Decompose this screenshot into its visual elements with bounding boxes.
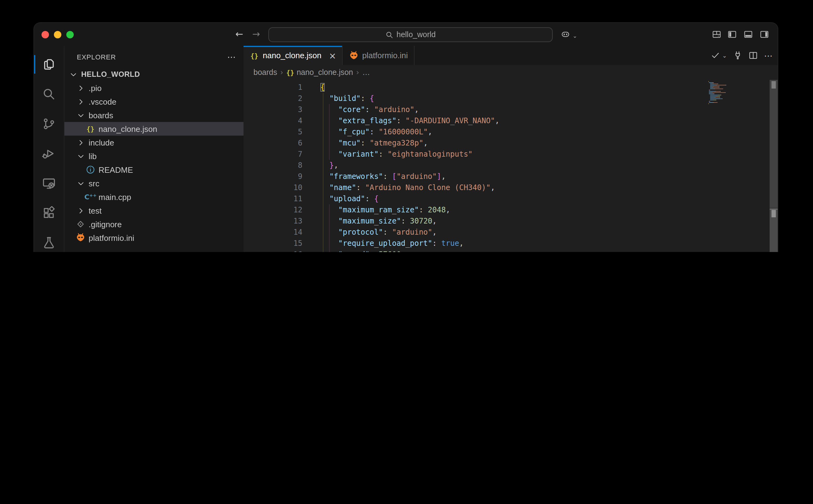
activity-bar-item-run-debug[interactable] (34, 141, 64, 166)
token: , (446, 206, 450, 214)
copilot-chevron-icon[interactable]: ⌄ (572, 30, 577, 42)
tree-item-boards[interactable]: boards (64, 108, 244, 122)
tree-item-src[interactable]: src (64, 176, 244, 190)
token: : (370, 128, 379, 136)
token (320, 128, 338, 136)
command-center-label: hello_world (397, 30, 436, 39)
more-actions-icon[interactable]: ⋯ (764, 50, 773, 60)
code-line-7[interactable]: 7 "variant": "eightanaloginputs" (244, 149, 778, 160)
more-actions-icon[interactable]: ⋯ (227, 52, 236, 62)
tree-item-hello-world[interactable]: HELLO_WORLD (64, 67, 244, 81)
line-content: "build": { (320, 93, 374, 104)
scrollbar-thumb[interactable] (772, 81, 776, 89)
code-line-2[interactable]: 2 "build": { (244, 93, 778, 104)
scrollbar-track-lower[interactable] (770, 209, 778, 252)
token: "mcu" (338, 139, 361, 147)
tree-item-main-cpp[interactable]: C++main.cpp (64, 190, 244, 204)
toggle-secondary-sidebar-button[interactable] (757, 27, 771, 41)
tree-item-label: platformio.ini (89, 233, 134, 242)
tab-nano-clone-json[interactable]: {}nano_clone.json× (244, 46, 343, 65)
token: "speed" (338, 250, 370, 252)
code-line-8[interactable]: 8 }, (244, 160, 778, 171)
navigate-back-icon[interactable]: ← (236, 28, 243, 40)
breadcrumb-boards[interactable]: boards (254, 68, 277, 77)
chevron-right-icon (76, 84, 85, 92)
activity-bar-item-extensions[interactable] (34, 201, 64, 225)
token: : (432, 239, 441, 248)
code-line-11[interactable]: 11 "upload": { (244, 193, 778, 204)
code-line-16[interactable]: 16 "speed": 57600 (244, 249, 778, 252)
code-line-14[interactable]: 14 "protocol": "arduino", (244, 227, 778, 238)
scrollbar-track[interactable] (770, 80, 778, 208)
navigate-forward-icon[interactable]: → (252, 28, 260, 40)
code-line-3[interactable]: 3 "core": "arduino", (244, 104, 778, 115)
code-line-15[interactable]: 15 "require_upload_port": true, (244, 238, 778, 249)
tree-item-readme[interactable]: README (64, 163, 244, 176)
panel-icon (743, 29, 753, 39)
code-line-6[interactable]: 6 "mcu": "atmega328p", (244, 137, 778, 149)
tree-item-test[interactable]: test (64, 204, 244, 217)
token: 57600 (379, 250, 401, 252)
code-line-4[interactable]: 4 "extra_flags": "-DARDUINO_AVR_NANO", (244, 115, 778, 126)
activity-bar-item-testing[interactable] (34, 230, 64, 252)
search-icon (42, 87, 56, 101)
plug-icon[interactable] (733, 51, 742, 60)
minimize-window-button[interactable] (54, 31, 61, 38)
token: "variant" (338, 150, 379, 159)
tree-item-platformio-ini[interactable]: platformio.ini (64, 231, 244, 245)
token: { (320, 83, 325, 92)
copilot-button[interactable] (558, 27, 572, 41)
tree-item--gitignore[interactable]: .gitignore (64, 217, 244, 231)
plug-icon (733, 51, 742, 60)
breadcrumb-more[interactable]: … (362, 68, 370, 77)
line-number: 1 (244, 82, 302, 93)
code-line-10[interactable]: 10 "name": "Arduino Nano Clone (CH340)", (244, 182, 778, 193)
activity-bar-item-source-control[interactable] (34, 111, 64, 136)
chevron-right-icon (76, 206, 85, 215)
code-line-5[interactable]: 5 "f_cpu": "16000000L", (244, 126, 778, 137)
activity-bar-item-search[interactable] (34, 82, 64, 106)
token: , (415, 105, 419, 114)
screen: ← → hello_world ⌄ ⚙ EXPLORER ⋯ HELL (0, 0, 813, 252)
token (320, 172, 329, 181)
token: "-DARDUINO_AVR_NANO" (406, 116, 495, 125)
line-number: 16 (244, 249, 302, 252)
activity-bar-item-remote-explorer[interactable] (34, 171, 64, 196)
activity-bar-item-explorer[interactable] (34, 52, 64, 77)
tree-item-label: nano_clone.json (98, 124, 157, 133)
split-editor-button[interactable] (749, 51, 758, 60)
alien-file-icon (349, 50, 359, 60)
search-icon (385, 31, 393, 39)
close-window-button[interactable] (41, 31, 49, 38)
tab-platformio-ini[interactable]: platformio.ini (343, 46, 415, 65)
token: , (432, 217, 437, 225)
token: : (383, 228, 392, 237)
zoom-window-button[interactable] (66, 31, 74, 38)
code-line-1[interactable]: 1{ (244, 82, 778, 93)
toggle-primary-sidebar-button[interactable] (725, 27, 739, 41)
run-chevron-icon[interactable]: ⌄ (722, 52, 727, 59)
code-line-12[interactable]: 12 "maximum_ram_size": 2048, (244, 204, 778, 215)
code-editor[interactable]: 1{2 "build": {3 "core": "arduino",4 "ext… (244, 80, 778, 252)
token: "maximum_size" (338, 217, 401, 225)
customize-layout-button[interactable] (710, 27, 723, 41)
tree-item-include[interactable]: include (64, 136, 244, 149)
token (320, 161, 329, 170)
token: "eightanaloginputs" (388, 150, 473, 159)
tree-item--vscode[interactable]: .vscode (64, 95, 244, 108)
tree-item-lib[interactable]: lib (64, 149, 244, 163)
toggle-panel-button[interactable] (741, 27, 755, 41)
code-line-9[interactable]: 9 "frameworks": ["arduino"], (244, 171, 778, 182)
run-check-button[interactable] (711, 51, 720, 60)
token (320, 206, 338, 214)
command-center-search[interactable]: hello_world (268, 27, 553, 42)
scrollbar-thumb[interactable] (772, 210, 776, 217)
close-tab-icon[interactable]: × (329, 51, 336, 60)
token: "arduino" (374, 105, 414, 114)
tree-item-label: src (89, 179, 99, 188)
tree-item-nano-clone-json[interactable]: {}nano_clone.json (64, 122, 244, 136)
breadcrumb-nano-clone-json[interactable]: {}nano_clone.json (286, 68, 353, 77)
tree-item--pio[interactable]: .pio (64, 81, 244, 95)
token: , (432, 228, 437, 237)
code-line-13[interactable]: 13 "maximum_size": 30720, (244, 215, 778, 227)
